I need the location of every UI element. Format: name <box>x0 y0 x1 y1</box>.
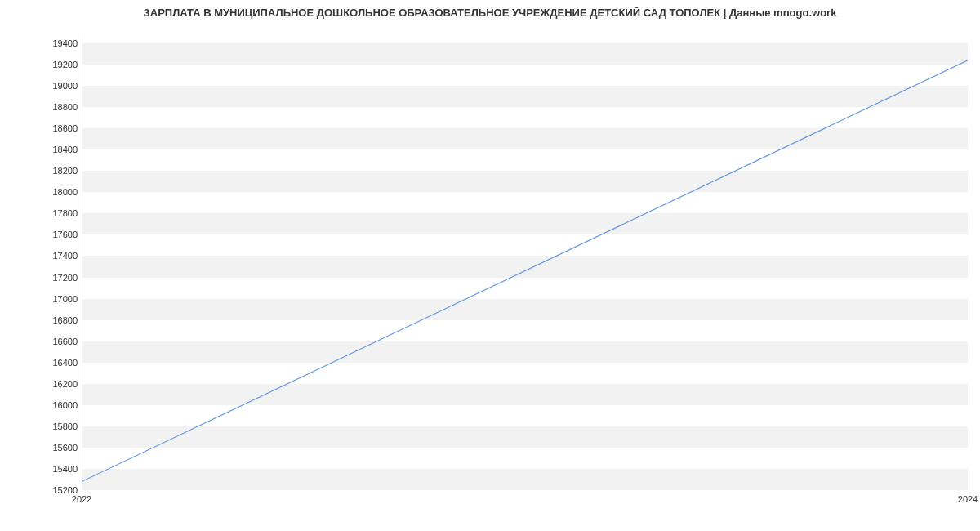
grid-band <box>82 43 968 65</box>
y-tick-label: 17000 <box>12 294 78 304</box>
grid-band <box>82 448 968 469</box>
chart-title: ЗАРПЛАТА В МУНИЦИПАЛЬНОЕ ДОШКОЛЬНОЕ ОБРА… <box>0 7 980 19</box>
grid-band <box>82 384 968 405</box>
y-tick-label: 19200 <box>12 60 78 69</box>
grid-band <box>82 33 968 43</box>
grid-band <box>82 213 968 234</box>
y-tick-label: 17400 <box>12 251 78 261</box>
grid-band <box>82 426 968 448</box>
plot-area <box>82 33 968 490</box>
y-tick-label: 16200 <box>12 379 78 389</box>
grid-band <box>82 107 968 128</box>
y-tick-label: 15200 <box>12 485 78 495</box>
y-tick-label: 19000 <box>12 81 78 91</box>
y-tick-label: 17200 <box>12 273 78 283</box>
grid-band <box>82 65 968 86</box>
grid-band <box>82 299 968 320</box>
y-tick-label: 17800 <box>12 208 78 218</box>
grid-band <box>82 86 968 107</box>
y-tick-label: 16600 <box>12 337 78 346</box>
grid-band <box>82 278 968 299</box>
y-tick-label: 18000 <box>12 187 78 197</box>
grid-band <box>82 405 968 426</box>
grid-band <box>82 256 968 277</box>
grid-band <box>82 320 968 341</box>
y-tick-label: 19400 <box>12 38 78 48</box>
y-tick-label: 16800 <box>12 315 78 325</box>
grid-band <box>82 192 968 213</box>
y-tick-label: 15600 <box>12 443 78 453</box>
grid-band <box>82 234 968 256</box>
grid-band <box>82 341 968 363</box>
y-tick-label: 15400 <box>12 464 78 474</box>
y-tick-label: 15800 <box>12 422 78 431</box>
y-tick-label: 18400 <box>12 145 78 154</box>
x-tick-label: 2022 <box>72 494 91 504</box>
y-tick-label: 16000 <box>12 400 78 410</box>
y-tick-label: 18600 <box>12 123 78 133</box>
grid-band <box>82 171 968 192</box>
y-tick-label: 18200 <box>12 166 78 176</box>
grid-band <box>82 149 968 171</box>
y-tick-label: 16400 <box>12 358 78 368</box>
grid-band <box>82 363 968 384</box>
y-tick-label: 17600 <box>12 230 78 239</box>
grid-band <box>82 469 968 490</box>
y-tick-label: 18800 <box>12 102 78 112</box>
x-tick-label: 2024 <box>958 494 978 504</box>
chart-container: ЗАРПЛАТА В МУНИЦИПАЛЬНОЕ ДОШКОЛЬНОЕ ОБРА… <box>0 0 980 531</box>
grid-band <box>82 128 968 149</box>
